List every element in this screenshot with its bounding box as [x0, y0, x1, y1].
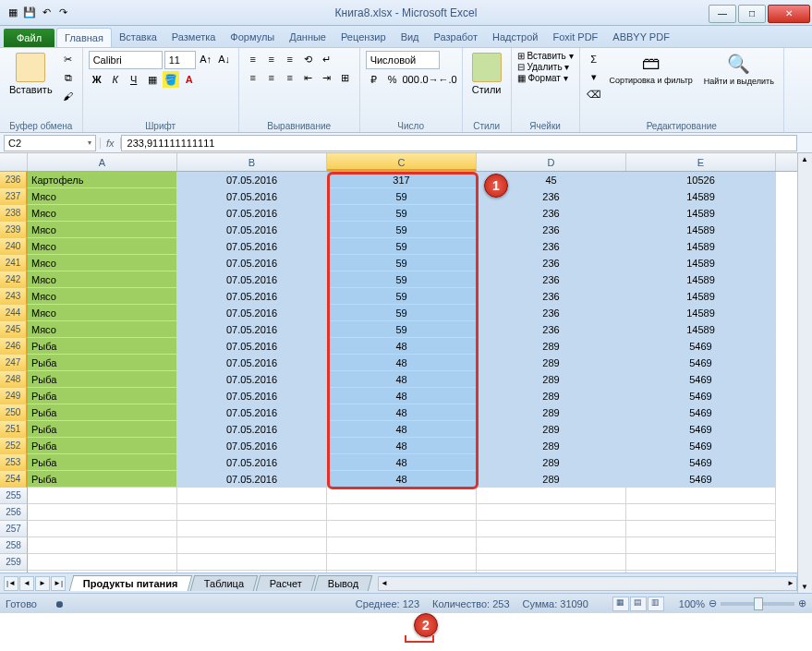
currency-icon[interactable]: ₽: [366, 71, 382, 88]
cell[interactable]: 14589: [626, 288, 776, 305]
comma-icon[interactable]: 000: [403, 71, 419, 88]
row-header[interactable]: 259: [0, 554, 28, 571]
sheet-tab[interactable]: Вывод: [313, 575, 372, 591]
cell[interactable]: 59: [327, 255, 477, 271]
cell[interactable]: Мясо: [28, 188, 177, 205]
cell[interactable]: 289: [477, 421, 626, 438]
cell[interactable]: 59: [327, 305, 477, 321]
cell[interactable]: Рыба: [28, 454, 177, 471]
cell[interactable]: 236: [477, 238, 626, 255]
row-header[interactable]: 241: [0, 255, 28, 271]
table-row[interactable]: 259: [0, 554, 812, 571]
format-painter-icon[interactable]: 🖌: [60, 88, 77, 104]
column-header[interactable]: E: [626, 153, 776, 171]
autosum-icon[interactable]: Σ: [586, 51, 602, 67]
ribbon-tab[interactable]: Рецензир: [333, 28, 394, 47]
cell[interactable]: 59: [327, 271, 477, 288]
merge-icon[interactable]: ⊞: [337, 69, 354, 86]
cell[interactable]: 289: [477, 454, 626, 471]
cell[interactable]: 48: [327, 454, 477, 471]
shrink-font-icon[interactable]: A↓: [216, 51, 233, 67]
format-cells-button[interactable]: ▦ Формат ▾: [517, 73, 568, 83]
font-name-combo[interactable]: Calibri: [89, 51, 163, 69]
cell[interactable]: 289: [477, 471, 626, 488]
zoom-out-icon[interactable]: ⊖: [709, 597, 717, 609]
number-format-combo[interactable]: Числовой: [366, 51, 440, 69]
cell[interactable]: Рыба: [28, 355, 177, 371]
cell[interactable]: 07.05.2016: [177, 338, 327, 355]
cell[interactable]: Рыба: [28, 421, 177, 438]
ribbon-tab[interactable]: Разработ: [427, 28, 485, 47]
cell[interactable]: Мясо: [28, 205, 177, 222]
cell[interactable]: 14589: [626, 255, 776, 271]
table-row[interactable]: 239Мясо07.05.20165923614589: [0, 222, 812, 238]
cell[interactable]: 5469: [626, 421, 776, 438]
row-header[interactable]: 256: [0, 504, 28, 521]
ribbon-tab[interactable]: Вид: [394, 28, 427, 47]
table-row[interactable]: 238Мясо07.05.20165923614589: [0, 205, 812, 222]
cell[interactable]: 14589: [626, 205, 776, 222]
table-row[interactable]: 245Мясо07.05.20165923614589: [0, 321, 812, 338]
cell[interactable]: 5469: [626, 338, 776, 355]
table-row[interactable]: 252Рыба07.05.2016482895469: [0, 438, 812, 454]
table-row[interactable]: 260: [0, 571, 812, 573]
cell[interactable]: 14589: [626, 188, 776, 205]
paste-button[interactable]: Вставить: [6, 51, 56, 97]
cell[interactable]: 07.05.2016: [177, 305, 327, 321]
cell[interactable]: Рыба: [28, 438, 177, 454]
row-header[interactable]: 260: [0, 571, 28, 573]
ribbon-tab[interactable]: ABBYY PDF: [605, 28, 677, 47]
cell[interactable]: 07.05.2016: [177, 188, 327, 205]
delete-cells-button[interactable]: ⊟ Удалить ▾: [517, 62, 570, 72]
cell[interactable]: 07.05.2016: [177, 454, 327, 471]
maximize-button[interactable]: □: [738, 5, 766, 23]
column-header[interactable]: B: [177, 153, 327, 171]
cell[interactable]: Мясо: [28, 321, 177, 338]
cell[interactable]: Рыба: [28, 388, 177, 404]
border-icon[interactable]: ▦: [144, 71, 161, 88]
view-normal-icon[interactable]: ▦: [612, 597, 629, 611]
indent-inc-icon[interactable]: ⇥: [319, 69, 335, 86]
table-row[interactable]: 244Мясо07.05.20165923614589: [0, 305, 812, 321]
column-header[interactable]: A: [28, 153, 177, 171]
bold-button[interactable]: Ж: [89, 71, 105, 88]
table-row[interactable]: 258: [0, 537, 812, 554]
cell[interactable]: 236: [477, 222, 626, 238]
dec-decimal-icon[interactable]: ←.0: [440, 71, 456, 88]
name-box[interactable]: C2: [4, 135, 96, 151]
column-header[interactable]: C: [327, 153, 477, 171]
zoom-control[interactable]: 100% ⊖ ⊕: [679, 597, 806, 609]
ribbon-tab[interactable]: Вставка: [112, 28, 164, 47]
ribbon-tab[interactable]: Надстрой: [485, 28, 545, 47]
table-row[interactable]: 248Рыба07.05.2016482895469: [0, 371, 812, 388]
table-row[interactable]: 247Рыба07.05.2016482895469: [0, 355, 812, 371]
cell[interactable]: 236: [477, 305, 626, 321]
cell[interactable]: Рыба: [28, 471, 177, 488]
row-header[interactable]: 239: [0, 222, 28, 238]
ribbon-tab[interactable]: Формулы: [223, 28, 282, 47]
row-header[interactable]: 247: [0, 355, 28, 371]
ribbon-tab[interactable]: Главная: [56, 28, 112, 47]
row-header[interactable]: 252: [0, 438, 28, 454]
row-header[interactable]: 249: [0, 388, 28, 404]
column-header[interactable]: D: [477, 153, 626, 171]
cell[interactable]: 48: [327, 404, 477, 421]
sheet-tab-active[interactable]: Продукты питания: [69, 575, 192, 591]
sheet-nav-next[interactable]: ►: [35, 576, 50, 591]
table-row[interactable]: 251Рыба07.05.2016482895469: [0, 421, 812, 438]
copy-icon[interactable]: ⧉: [60, 69, 77, 86]
align-bottom-icon[interactable]: ≡: [282, 51, 298, 67]
close-button[interactable]: ✕: [768, 5, 810, 23]
cell[interactable]: 59: [327, 288, 477, 305]
cell[interactable]: 48: [327, 355, 477, 371]
find-select-button[interactable]: 🔍Найти и выделить: [700, 51, 778, 88]
align-center-icon[interactable]: ≡: [263, 69, 280, 86]
sheet-tab[interactable]: Таблица: [189, 575, 258, 591]
table-row[interactable]: 241Мясо07.05.20165923614589: [0, 255, 812, 271]
table-row[interactable]: 240Мясо07.05.20165923614589: [0, 238, 812, 255]
select-all-corner[interactable]: [0, 153, 28, 171]
cell[interactable]: 236: [477, 288, 626, 305]
cell[interactable]: Рыба: [28, 371, 177, 388]
cell[interactable]: Мясо: [28, 288, 177, 305]
cell[interactable]: 48: [327, 471, 477, 488]
